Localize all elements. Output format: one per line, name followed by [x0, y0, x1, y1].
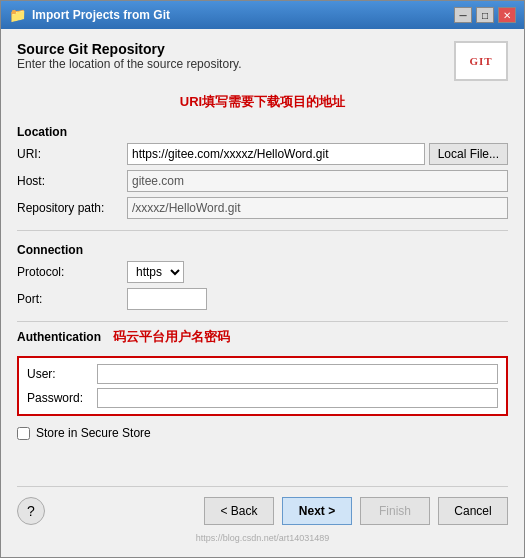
- connection-group-label: Connection: [17, 243, 508, 257]
- port-label: Port:: [17, 292, 127, 306]
- repo-path-label: Repository path:: [17, 201, 127, 215]
- repo-path-row: Repository path:: [17, 197, 508, 219]
- port-input[interactable]: [127, 288, 207, 310]
- window-content: Source Git Repository Enter the location…: [1, 29, 524, 557]
- protocol-row: Protocol: https http ssh git: [17, 261, 508, 283]
- window-icon: 📁: [9, 7, 26, 23]
- window-title: Import Projects from Git: [32, 8, 454, 22]
- user-input[interactable]: [97, 364, 498, 384]
- repo-path-input[interactable]: [127, 197, 508, 219]
- title-bar: 📁 Import Projects from Git ─ □ ✕: [1, 1, 524, 29]
- protocol-select[interactable]: https http ssh git: [127, 261, 184, 283]
- host-row: Host:: [17, 170, 508, 192]
- section-header-text: Source Git Repository Enter the location…: [17, 41, 242, 81]
- secure-store-row: Store in Secure Store: [17, 426, 508, 440]
- annotation-uri: URI填写需要下载项目的地址: [17, 93, 508, 111]
- cancel-button[interactable]: Cancel: [438, 497, 508, 525]
- user-row: User:: [27, 364, 498, 384]
- maximize-button[interactable]: □: [476, 7, 494, 23]
- authentication-box: User: Password:: [17, 356, 508, 416]
- protocol-label: Protocol:: [17, 265, 127, 279]
- window-controls: ─ □ ✕: [454, 7, 516, 23]
- authentication-group-label: Authentication: [17, 330, 101, 344]
- close-button[interactable]: ✕: [498, 7, 516, 23]
- finish-button[interactable]: Finish: [360, 497, 430, 525]
- uri-row: URI: Local File...: [17, 143, 508, 165]
- button-bar: ? < Back Next > Finish Cancel: [17, 486, 508, 533]
- local-file-button[interactable]: Local File...: [429, 143, 508, 165]
- port-row: Port:: [17, 288, 508, 310]
- uri-input[interactable]: [127, 143, 425, 165]
- main-window: 📁 Import Projects from Git ─ □ ✕ Source …: [0, 0, 525, 558]
- user-label: User:: [27, 367, 97, 381]
- password-label: Password:: [27, 391, 97, 405]
- back-button[interactable]: < Back: [204, 497, 274, 525]
- section-title: Source Git Repository: [17, 41, 242, 57]
- host-label: Host:: [17, 174, 127, 188]
- watermark: https://blog.csdn.net/art14031489: [17, 533, 508, 545]
- host-input[interactable]: [127, 170, 508, 192]
- section-header: Source Git Repository Enter the location…: [17, 41, 508, 81]
- section-subtitle: Enter the location of the source reposit…: [17, 57, 242, 71]
- form-area: Location URI: Local File... Host: Reposi…: [17, 119, 508, 486]
- annotation-auth: 码云平台用户名密码: [113, 328, 230, 346]
- help-button[interactable]: ?: [17, 497, 45, 525]
- secure-store-checkbox[interactable]: [17, 427, 30, 440]
- minimize-button[interactable]: ─: [454, 7, 472, 23]
- divider-1: [17, 230, 508, 231]
- divider-2: [17, 321, 508, 322]
- password-row: Password:: [27, 388, 498, 408]
- git-logo: GIT: [454, 41, 508, 81]
- password-input[interactable]: [97, 388, 498, 408]
- uri-label: URI:: [17, 147, 127, 161]
- location-group-label: Location: [17, 125, 508, 139]
- next-button[interactable]: Next >: [282, 497, 352, 525]
- secure-store-label: Store in Secure Store: [36, 426, 151, 440]
